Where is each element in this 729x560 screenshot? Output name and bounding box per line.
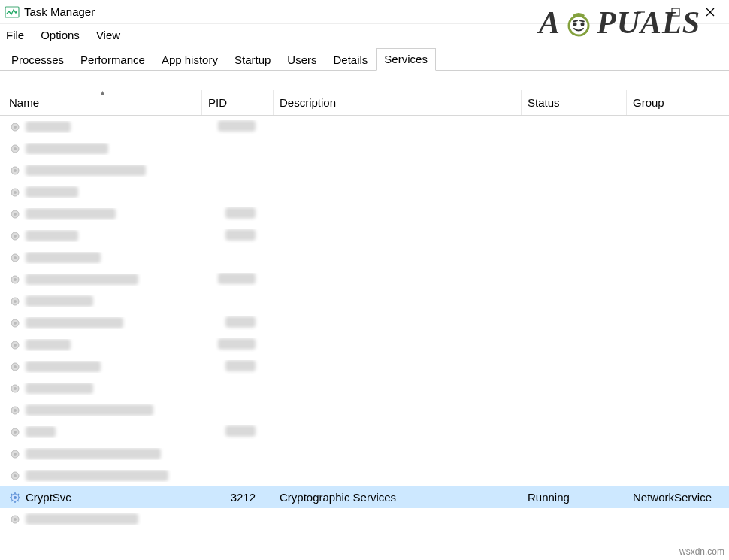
svg-point-14: [14, 213, 17, 216]
col-status-label: Status: [528, 96, 560, 109]
col-group-label: Group: [633, 96, 664, 109]
close-button[interactable]: [693, 2, 727, 23]
table-row[interactable]: [0, 399, 729, 421]
minimize-button[interactable]: [624, 2, 658, 23]
svg-point-18: [14, 256, 17, 259]
svg-point-6: [14, 126, 17, 129]
tab-processes[interactable]: Processes: [3, 49, 72, 71]
grid-body[interactable]: CryptSvc3212Cryptographic ServicesRunnin…: [0, 116, 729, 530]
svg-line-45: [11, 494, 13, 495]
table-row[interactable]: [0, 203, 729, 225]
col-name-label: Name: [9, 96, 39, 109]
table-row[interactable]: [0, 421, 729, 443]
svg-point-26: [14, 344, 17, 347]
svg-point-10: [14, 169, 17, 172]
table-row[interactable]: [0, 334, 729, 356]
col-status[interactable]: Status: [522, 90, 627, 115]
tab-performance[interactable]: Performance: [72, 49, 153, 71]
cell-status: Running: [522, 491, 627, 504]
table-row[interactable]: [0, 443, 729, 465]
table-row[interactable]: [0, 138, 729, 159]
cell-name: CryptSvc: [3, 491, 202, 504]
tab-users[interactable]: Users: [279, 49, 325, 71]
table-row[interactable]: [0, 247, 729, 268]
svg-point-50: [14, 518, 17, 521]
col-pid-label: PID: [208, 96, 227, 109]
titlebar: Task Manager: [0, 0, 729, 24]
tab-details[interactable]: Details: [325, 49, 377, 71]
sort-asc-icon: ▴: [101, 88, 104, 96]
svg-rect-2: [672, 8, 679, 16]
svg-point-40: [14, 496, 17, 499]
table-row[interactable]: [0, 508, 729, 530]
svg-line-48: [18, 494, 20, 495]
col-name[interactable]: ▴ Name: [3, 90, 202, 115]
svg-point-8: [14, 147, 17, 150]
gear-icon: [9, 492, 21, 504]
tab-startup[interactable]: Startup: [226, 49, 279, 71]
menubar: File Options View: [0, 24, 729, 46]
svg-point-20: [14, 278, 17, 281]
svg-point-34: [14, 431, 17, 434]
svg-point-30: [14, 387, 17, 390]
cell-group: NetworkService: [627, 491, 726, 504]
svg-point-16: [14, 235, 17, 238]
table-row[interactable]: [0, 312, 729, 334]
table-row[interactable]: [0, 181, 729, 203]
window-title: Task Manager: [24, 5, 95, 18]
table-row[interactable]: [0, 225, 729, 247]
table-row[interactable]: [0, 116, 729, 138]
service-name: CryptSvc: [26, 491, 71, 504]
maximize-button[interactable]: [658, 2, 693, 23]
table-row-selected[interactable]: CryptSvc3212Cryptographic ServicesRunnin…: [0, 486, 729, 508]
svg-line-46: [18, 500, 20, 501]
table-row[interactable]: [0, 356, 729, 377]
col-description[interactable]: Description: [274, 90, 522, 115]
table-row[interactable]: [0, 290, 729, 312]
table-row[interactable]: [0, 465, 729, 486]
task-manager-icon: [5, 5, 20, 20]
tab-services[interactable]: Services: [376, 48, 436, 71]
menu-file[interactable]: File: [6, 29, 24, 41]
svg-point-32: [14, 409, 17, 412]
col-pid[interactable]: PID: [202, 90, 274, 115]
table-row[interactable]: [0, 268, 729, 290]
svg-point-36: [14, 453, 17, 456]
col-group[interactable]: Group: [627, 90, 726, 115]
svg-point-28: [14, 365, 17, 368]
svg-line-47: [11, 500, 13, 501]
column-headers: ▴ Name PID Description Status Group: [0, 90, 729, 116]
cell-description: Cryptographic Services: [274, 491, 522, 504]
source-domain: wsxdn.com: [679, 546, 724, 557]
svg-point-38: [14, 474, 17, 477]
svg-point-12: [14, 191, 17, 194]
cell-pid: 3212: [202, 491, 274, 504]
menu-options[interactable]: Options: [41, 29, 80, 41]
tab-app-history[interactable]: App history: [153, 49, 226, 71]
table-row[interactable]: [0, 377, 729, 399]
menu-view[interactable]: View: [96, 29, 120, 41]
svg-point-22: [14, 300, 17, 303]
table-row[interactable]: [0, 159, 729, 181]
svg-point-24: [14, 322, 17, 325]
tabstrip: Processes Performance App history Startu…: [0, 46, 729, 71]
col-description-label: Description: [280, 96, 336, 109]
services-grid: ▴ Name PID Description Status Group Cryp…: [0, 90, 729, 530]
